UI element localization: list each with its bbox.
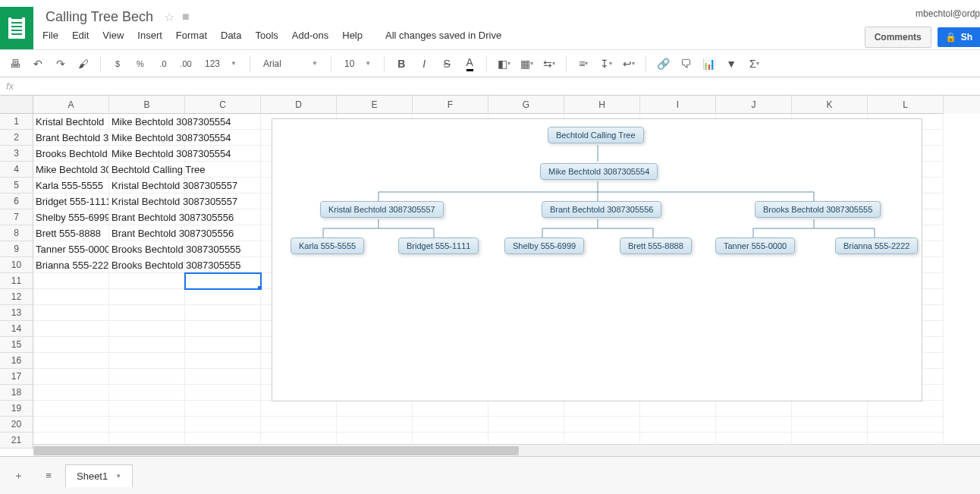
- cell-A10[interactable]: Brianna 555-222: [33, 257, 109, 273]
- functions-icon[interactable]: Σ▾: [743, 54, 765, 74]
- cell-A17[interactable]: [33, 369, 109, 385]
- cell-L19[interactable]: [868, 401, 944, 417]
- cell-L20[interactable]: [868, 417, 944, 433]
- cell-A14[interactable]: [33, 321, 109, 337]
- cell-K19[interactable]: [792, 401, 868, 417]
- row-header-10[interactable]: 10: [0, 257, 33, 273]
- cell-E20[interactable]: [337, 417, 413, 433]
- col-header-C[interactable]: C: [185, 96, 261, 114]
- row-header-1[interactable]: 1: [0, 114, 33, 130]
- cell-C19[interactable]: [185, 401, 261, 417]
- menu-format[interactable]: Format: [176, 30, 207, 41]
- font-size-select[interactable]: 10▼: [338, 55, 378, 73]
- row-header-9[interactable]: 9: [0, 241, 33, 257]
- menu-help[interactable]: Help: [342, 30, 363, 41]
- col-header-L[interactable]: L: [868, 96, 944, 114]
- cell-A6[interactable]: Bridget 555-1111: [33, 194, 109, 209]
- row-header-13[interactable]: 13: [0, 305, 33, 321]
- row-header-12[interactable]: 12: [0, 289, 33, 305]
- menu-insert[interactable]: Insert: [137, 30, 162, 41]
- row-header-2[interactable]: 2: [0, 130, 33, 146]
- cell-K20[interactable]: [792, 417, 868, 433]
- row-header-11[interactable]: 11: [0, 273, 33, 289]
- user-email[interactable]: mbechtol@ordp: [916, 8, 980, 19]
- cell-C10[interactable]: [185, 257, 261, 273]
- cell-B6[interactable]: Kristal Bechtold 3087305557: [109, 194, 185, 209]
- menu-tools[interactable]: Tools: [255, 30, 278, 41]
- row-header-15[interactable]: 15: [0, 337, 33, 353]
- strike-icon[interactable]: S: [436, 54, 457, 74]
- org-node-root[interactable]: Bechtold Calling Tree: [548, 127, 644, 143]
- org-node-mike[interactable]: Mike Bechtold 3087305554: [540, 163, 658, 180]
- cell-C11[interactable]: [185, 273, 261, 289]
- redo-icon[interactable]: ↷: [50, 54, 71, 74]
- col-header-B[interactable]: B: [109, 96, 185, 114]
- row-header-20[interactable]: 20: [0, 417, 33, 433]
- row-header-14[interactable]: 14: [0, 321, 33, 337]
- row-header-16[interactable]: 16: [0, 353, 33, 369]
- cell-F20[interactable]: [413, 417, 488, 433]
- add-sheet-button[interactable]: ＋: [5, 464, 32, 487]
- folder-icon[interactable]: ■: [182, 10, 190, 24]
- row-header-5[interactable]: 5: [0, 178, 33, 194]
- org-node-brant[interactable]: Brant Bechtold 3087305556: [542, 201, 661, 218]
- borders-icon[interactable]: ▦▾: [516, 54, 537, 74]
- row-header-17[interactable]: 17: [0, 369, 33, 385]
- cell-A4[interactable]: Mike Bechtold 30: [33, 162, 109, 178]
- cell-C5[interactable]: [185, 178, 261, 194]
- org-node-brett[interactable]: Brett 555-8888: [620, 238, 692, 254]
- cell-A11[interactable]: [33, 273, 109, 289]
- menu-view[interactable]: View: [102, 30, 124, 41]
- cell-B10[interactable]: Brooks Bechtold 3087305555: [109, 257, 185, 273]
- cell-C17[interactable]: [185, 369, 261, 385]
- org-node-brianna[interactable]: Brianna 555-2222: [835, 238, 918, 254]
- print-icon[interactable]: 🖶: [5, 54, 26, 74]
- cell-C12[interactable]: [185, 289, 261, 305]
- link-icon[interactable]: 🔗: [652, 54, 674, 74]
- cell-A19[interactable]: [33, 401, 109, 417]
- halign-icon[interactable]: ≡▾: [573, 54, 594, 74]
- cell-B13[interactable]: [109, 305, 185, 321]
- cell-C4[interactable]: [185, 162, 261, 178]
- cell-C3[interactable]: [185, 146, 261, 162]
- cell-B15[interactable]: [109, 337, 185, 353]
- cell-B9[interactable]: Brooks Bechtold 3087305555: [109, 241, 185, 257]
- cell-B11[interactable]: [109, 273, 185, 289]
- col-header-H[interactable]: H: [564, 96, 640, 114]
- merge-icon[interactable]: ⇆▾: [539, 54, 560, 74]
- col-header-I[interactable]: I: [640, 96, 716, 114]
- format-percent[interactable]: %: [130, 54, 151, 74]
- cell-F19[interactable]: [413, 401, 488, 417]
- cell-C13[interactable]: [185, 305, 261, 321]
- italic-icon[interactable]: I: [413, 54, 435, 74]
- col-header-K[interactable]: K: [792, 96, 868, 114]
- more-formats[interactable]: 123▼: [198, 55, 243, 73]
- cell-C7[interactable]: [185, 209, 261, 225]
- cell-C20[interactable]: [185, 417, 261, 433]
- org-chart[interactable]: Bechtold Calling Tree Mike Bechtold 3087…: [272, 118, 922, 401]
- col-header-A[interactable]: A: [33, 96, 109, 114]
- cell-J20[interactable]: [716, 417, 792, 433]
- sheet-tab-1[interactable]: Sheet1 ▼: [65, 464, 133, 487]
- bold-icon[interactable]: B: [391, 54, 412, 74]
- col-header-J[interactable]: J: [716, 96, 792, 114]
- menu-file[interactable]: File: [42, 30, 58, 41]
- scroll-thumb[interactable]: [33, 446, 519, 455]
- cell-A1[interactable]: Kristal Bechtold: [33, 114, 109, 130]
- undo-icon[interactable]: ↶: [27, 54, 49, 74]
- cell-C6[interactable]: [185, 194, 261, 209]
- cell-B14[interactable]: [109, 321, 185, 337]
- cell-C9[interactable]: [185, 241, 261, 257]
- cell-H20[interactable]: [564, 417, 640, 433]
- formula-bar[interactable]: fx: [0, 77, 980, 96]
- cell-B1[interactable]: Mike Bechtold 3087305554: [109, 114, 185, 130]
- document-title[interactable]: Calling Tree Bech: [42, 8, 156, 27]
- chevron-down-icon[interactable]: ▼: [115, 473, 121, 480]
- cell-B3[interactable]: Mike Bechtold 3087305554: [109, 146, 185, 162]
- comment-icon[interactable]: 🗨: [675, 54, 696, 74]
- row-header-3[interactable]: 3: [0, 146, 33, 162]
- cell-A7[interactable]: Shelby 555-6999: [33, 209, 109, 225]
- filter-icon[interactable]: ▼: [721, 54, 742, 74]
- cell-A2[interactable]: Brant Bechtold 3: [33, 130, 109, 146]
- chart-icon[interactable]: 📊: [698, 54, 719, 74]
